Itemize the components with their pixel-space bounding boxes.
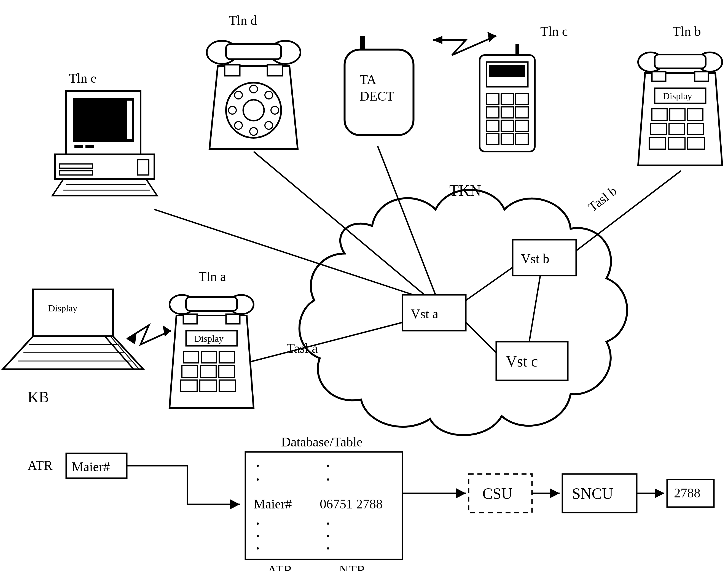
svg-rect-57 — [669, 123, 685, 135]
kb-link-arrow-icon — [127, 325, 171, 344]
svg-rect-60 — [668, 137, 685, 149]
svg-rect-40 — [516, 107, 528, 118]
line-tln-a — [242, 322, 402, 364]
svg-rect-43 — [516, 120, 528, 131]
svg-rect-69 — [186, 297, 237, 311]
vst-b-label: Vst b — [521, 251, 549, 266]
mobile-phone-icon — [480, 44, 535, 151]
svg-point-20 — [243, 100, 264, 121]
svg-rect-51 — [695, 72, 708, 81]
svg-rect-76 — [182, 366, 198, 377]
svg-point-86 — [256, 547, 259, 550]
svg-point-90 — [327, 535, 329, 537]
db-val: 06751 2788 — [320, 496, 383, 511]
svg-point-88 — [327, 478, 329, 481]
display-kb-text: Display — [48, 303, 78, 313]
wireless-arrow-icon — [433, 32, 496, 55]
svg-rect-6 — [75, 145, 83, 148]
svg-point-83 — [256, 478, 259, 481]
line-ta-dect — [378, 146, 435, 295]
atr-label: ATR — [27, 458, 53, 473]
svg-rect-81 — [219, 380, 236, 391]
vst-a-box: Vst a — [402, 295, 466, 331]
arrow-csu-sncu — [532, 488, 559, 498]
svg-rect-50 — [652, 72, 666, 81]
svg-rect-78 — [219, 366, 234, 377]
vst-a-label: Vst a — [411, 307, 438, 321]
svg-rect-58 — [688, 123, 703, 135]
svg-rect-7 — [86, 145, 94, 148]
db-title: Database/Table — [281, 435, 362, 449]
display-b-text: Display — [663, 91, 692, 101]
vst-c-box: Vst c — [496, 342, 568, 380]
kb-label: KB — [27, 388, 49, 406]
link-b-c — [529, 275, 540, 342]
tln-e-label: Tln e — [69, 71, 97, 86]
ta-dect-line2: DECT — [360, 89, 394, 103]
ta-dect-line1: TA — [360, 72, 376, 87]
svg-rect-74 — [201, 351, 216, 363]
svg-point-84 — [256, 523, 259, 525]
svg-rect-77 — [200, 366, 216, 377]
laptop-icon: Display — [3, 290, 143, 369]
arrow-atr-db — [127, 466, 240, 509]
svg-point-85 — [256, 535, 259, 537]
tasl-b-label: Tasl b — [586, 183, 619, 214]
tln-a-label: Tln a — [199, 269, 226, 284]
display-a-text: Display — [194, 333, 224, 344]
svg-rect-17 — [225, 65, 240, 76]
svg-rect-46 — [516, 133, 528, 144]
tasl-a-label: Tasl a — [287, 341, 318, 355]
svg-rect-55 — [688, 109, 703, 120]
svg-rect-41 — [487, 120, 499, 131]
svg-rect-56 — [650, 123, 666, 135]
vst-b-box: Vst b — [513, 240, 576, 275]
svg-rect-45 — [501, 133, 514, 144]
result-text: 2788 — [674, 485, 701, 500]
svg-rect-53 — [652, 109, 667, 120]
feature-phone-a-icon: Display — [170, 295, 253, 408]
db-col2: NTR — [339, 563, 366, 571]
svg-point-91 — [327, 547, 329, 550]
svg-rect-36 — [501, 94, 514, 105]
svg-rect-80 — [200, 380, 216, 391]
tln-d-label: Tln d — [229, 13, 257, 27]
svg-rect-18 — [268, 65, 283, 76]
svg-rect-39 — [501, 107, 514, 118]
ta-dect-icon: TA DECT — [344, 36, 413, 135]
db-col1: ATR — [268, 563, 293, 571]
svg-rect-79 — [181, 380, 197, 391]
sncu-label: SNCU — [572, 485, 613, 502]
svg-rect-5 — [127, 101, 132, 139]
tln-c-label: Tln c — [540, 24, 568, 38]
tkn-label: TKN — [449, 182, 481, 199]
svg-point-89 — [327, 523, 329, 525]
arrow-sncu-result — [637, 488, 664, 498]
csu-label: CSU — [483, 485, 512, 502]
svg-rect-38 — [487, 107, 499, 118]
svg-rect-70 — [183, 314, 197, 324]
tln-b-label: Tln b — [672, 24, 701, 38]
db-key: Maier# — [253, 496, 292, 511]
pc-icon — [53, 91, 157, 196]
svg-rect-4 — [73, 98, 134, 142]
svg-rect-35 — [487, 94, 499, 105]
line-tln-d — [253, 151, 424, 295]
svg-rect-59 — [649, 137, 666, 149]
svg-point-82 — [256, 465, 259, 467]
link-a-b — [466, 267, 513, 301]
svg-rect-44 — [487, 133, 499, 144]
svg-rect-16 — [226, 44, 281, 59]
svg-rect-75 — [219, 351, 234, 363]
atr-box-text: Maier# — [72, 459, 110, 474]
svg-rect-42 — [501, 120, 514, 131]
svg-point-87 — [327, 465, 329, 467]
svg-rect-73 — [183, 351, 199, 363]
svg-rect-34 — [489, 65, 525, 77]
svg-rect-54 — [670, 109, 685, 120]
vst-c-label: Vst c — [506, 353, 538, 370]
feature-phone-b-icon: Display — [638, 52, 722, 165]
link-a-c — [466, 322, 496, 353]
svg-rect-49 — [655, 54, 706, 68]
arrow-db-csu — [402, 488, 466, 498]
